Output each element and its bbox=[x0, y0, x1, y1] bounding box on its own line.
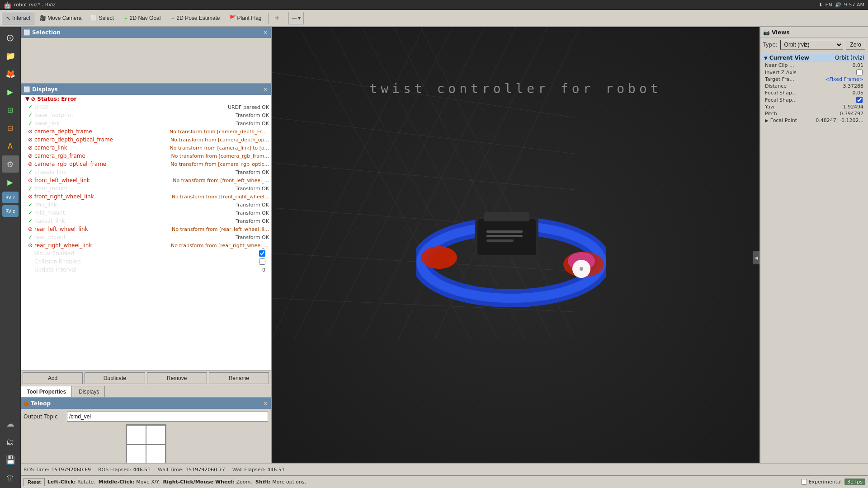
reset-button[interactable]: Reset bbox=[24, 478, 45, 486]
update-interval-label: Update Interval bbox=[34, 267, 262, 273]
view-dropdown[interactable]: — ▾ bbox=[288, 12, 304, 24]
pose-estimate-button[interactable]: → 2D Pose Estimate bbox=[165, 12, 224, 24]
collision-enabled-label: Collision Enabled bbox=[34, 258, 259, 265]
titlebar: 🤖 robot.rviz* - RViz ⬇ EN 🔊 9:57 AM bbox=[0, 0, 868, 10]
views-current-arrow-icon: ▼ bbox=[764, 56, 768, 61]
display-rear-mount-row[interactable]: ✓ rear_mount Transform OK bbox=[26, 233, 271, 241]
display-front-mount-row[interactable]: ✓ front_mount Transform OK bbox=[26, 184, 271, 192]
rear-right-wheel-name: rear_right_wheel_link bbox=[34, 242, 171, 249]
toolbar: ↖ Interact 🎥 Move Camera ⬜ Select → 2D N… bbox=[0, 10, 868, 27]
app-icon-amazon[interactable]: A bbox=[2, 137, 19, 155]
views-focal-point-row[interactable]: ▶ Focal Point 0.48247; -0.1202... bbox=[762, 117, 866, 124]
output-topic-row: Output Topic bbox=[24, 412, 268, 422]
views-zero-button[interactable]: Zero bbox=[846, 40, 865, 50]
urdf-value: URDF parsed OK bbox=[228, 104, 269, 110]
selection-content bbox=[21, 38, 271, 83]
app-icon-terminal[interactable]: ▶ bbox=[2, 83, 19, 100]
app-icon-present[interactable]: ⊟ bbox=[2, 119, 19, 136]
viewport[interactable]: twist controller for robot bbox=[272, 27, 760, 488]
teleop-grid[interactable] bbox=[126, 424, 166, 465]
add-display-button[interactable]: Add bbox=[23, 372, 83, 384]
add-tool-button[interactable]: + bbox=[271, 12, 284, 24]
display-chassis-link-row[interactable]: ✓ chassis_link Transform OK bbox=[26, 168, 271, 176]
mid-mount-check-icon: ✓ bbox=[28, 210, 33, 216]
selection-close-button[interactable]: ✕ bbox=[263, 29, 268, 36]
teleop-cell-tl[interactable] bbox=[127, 425, 146, 445]
rear-left-wheel-name: rear_left_wheel_link bbox=[34, 226, 172, 232]
move-camera-button[interactable]: 🎥 Move Camera bbox=[35, 12, 85, 24]
interact-button[interactable]: ↖ Interact bbox=[2, 12, 34, 24]
app-icon-rviz2[interactable]: RViz bbox=[2, 205, 19, 217]
views-target-frame-row: Target Fra... <Fixed Frame> bbox=[762, 76, 866, 83]
svg-point-29 bbox=[580, 267, 583, 271]
teleop-cell-tr[interactable] bbox=[146, 425, 165, 445]
display-mid-mount-row[interactable]: ✓ mid_mount Transform OK bbox=[26, 209, 271, 217]
camera-depth-optical-name: camera_depth_optical_frame bbox=[34, 136, 170, 143]
status-row[interactable]: ▼ ⊘ Status: Error bbox=[21, 95, 271, 103]
display-navsat-link-row[interactable]: ✓ navsat_link Transform OK bbox=[26, 217, 271, 225]
tab-tool-properties[interactable]: Tool Properties bbox=[21, 386, 72, 397]
views-focal-shape2-checkbox[interactable] bbox=[856, 97, 863, 103]
app-icon-folder[interactable]: 📁 bbox=[2, 47, 19, 64]
select-button[interactable]: ⬜ Select bbox=[86, 12, 118, 24]
teleop-cell-bl[interactable] bbox=[127, 445, 146, 464]
app-icon-spreadsheet[interactable]: ⊞ bbox=[2, 101, 19, 118]
collapse-viewport-button[interactable]: ◀ bbox=[753, 251, 760, 264]
views-current-header[interactable]: ▼ Current View Orbit (rviz) bbox=[762, 54, 866, 62]
rename-display-button[interactable]: Rename bbox=[209, 372, 269, 384]
output-topic-input[interactable] bbox=[67, 412, 268, 422]
remove-display-button[interactable]: Remove bbox=[147, 372, 207, 384]
app-icon-folder2[interactable]: 🗂 bbox=[2, 433, 19, 450]
app-icon-settings[interactable]: ⚙ bbox=[2, 155, 19, 173]
titlebar-icons: ⬇ EN 🔊 9:57 AM bbox=[818, 2, 864, 8]
display-front-left-wheel-row[interactable]: ⊘ front_left_wheel_link No transform fro… bbox=[26, 176, 271, 184]
display-imu-link-row[interactable]: ✓ imu_link Transform OK bbox=[26, 201, 271, 209]
svg-rect-25 bbox=[486, 230, 523, 233]
experimental-label: Experimental bbox=[809, 479, 842, 485]
app-icon-rviz1[interactable]: RViz bbox=[2, 192, 19, 203]
display-camera-depth-frame-row[interactable]: ⊘ camera_depth_frame No transform from [… bbox=[26, 127, 271, 136]
urdf-name: URDF bbox=[34, 104, 228, 110]
visual-enabled-checkbox[interactable] bbox=[259, 250, 265, 257]
display-visual-enabled-row[interactable]: Visual Enabled bbox=[26, 249, 271, 258]
ros-elapsed-label: ROS Elapsed: bbox=[98, 467, 132, 473]
teleop-cell-br[interactable] bbox=[146, 445, 165, 464]
app-icon-cmd[interactable]: ▶ bbox=[2, 174, 19, 191]
display-collision-enabled-row[interactable]: Collision Enabled bbox=[26, 258, 271, 266]
base-link-check-icon: ✓ bbox=[28, 120, 33, 127]
display-camera-rgb-frame-row[interactable]: ⊘ camera_rgb_frame No transform from [ca… bbox=[26, 152, 271, 160]
views-type-select[interactable]: Orbit (rviz) bbox=[780, 40, 844, 50]
rear-mount-value: Transform OK bbox=[236, 235, 269, 240]
display-camera-link-row[interactable]: ⊘ camera_link No transform from [camera_… bbox=[26, 144, 271, 152]
front-right-wheel-name: front_right_wheel_link bbox=[34, 193, 172, 200]
app-icon-trash[interactable]: 🗑 bbox=[2, 469, 19, 486]
display-base-footprint-row[interactable]: ✓ base_footprint Transform OK bbox=[26, 111, 271, 119]
display-camera-rgb-optical-row[interactable]: ⊘ camera_rgb_optical_frame No transform … bbox=[26, 160, 271, 168]
app-icon-disk[interactable]: 💾 bbox=[2, 451, 19, 468]
camera-depth-frame-value: No transform from [camera_depth_Fra... bbox=[170, 129, 269, 135]
teleop-header: ● Teleop ✕ bbox=[21, 398, 271, 409]
displays-close-button[interactable]: ✕ bbox=[263, 86, 268, 93]
display-camera-depth-optical-row[interactable]: ⊘ camera_depth_optical_frame No transfor… bbox=[26, 136, 271, 144]
display-front-right-wheel-row[interactable]: ⊘ front_right_wheel_link No transform fr… bbox=[26, 192, 271, 201]
nav-goal-button[interactable]: → 2D Nav Goal bbox=[119, 12, 165, 24]
duplicate-display-button[interactable]: Duplicate bbox=[85, 372, 145, 384]
svg-line-12 bbox=[272, 117, 575, 154]
views-invert-z-checkbox[interactable] bbox=[856, 69, 863, 75]
app-icon-home[interactable]: ⊙ bbox=[2, 29, 19, 46]
views-panel: 📷 Views Type: Orbit (rviz) Zero ▼ Curren… bbox=[760, 27, 868, 488]
teleop-grid-area bbox=[24, 424, 268, 465]
tab-displays[interactable]: Displays bbox=[73, 386, 105, 397]
plant-flag-button[interactable]: 🚩 Plant Flag bbox=[225, 12, 266, 24]
front-right-wheel-err-icon: ⊘ bbox=[28, 193, 33, 200]
display-urdf-row[interactable]: ✓ URDF URDF parsed OK bbox=[26, 103, 271, 111]
display-rear-right-wheel-row[interactable]: ⊘ rear_right_wheel_link No transform fro… bbox=[26, 241, 271, 249]
teleop-close-button[interactable]: ✕ bbox=[263, 400, 268, 407]
app-icon-firefox[interactable]: 🦊 bbox=[2, 65, 19, 82]
collision-enabled-checkbox[interactable] bbox=[259, 258, 265, 265]
camera-link-err-icon: ⊘ bbox=[28, 145, 33, 151]
display-rear-left-wheel-row[interactable]: ⊘ rear_left_wheel_link No transform from… bbox=[26, 225, 271, 233]
experimental-checkbox[interactable] bbox=[801, 479, 807, 485]
display-base-link-row[interactable]: ✓ base_link Transform OK bbox=[26, 119, 271, 127]
app-icon-cloud[interactable]: ☁ bbox=[2, 415, 19, 432]
